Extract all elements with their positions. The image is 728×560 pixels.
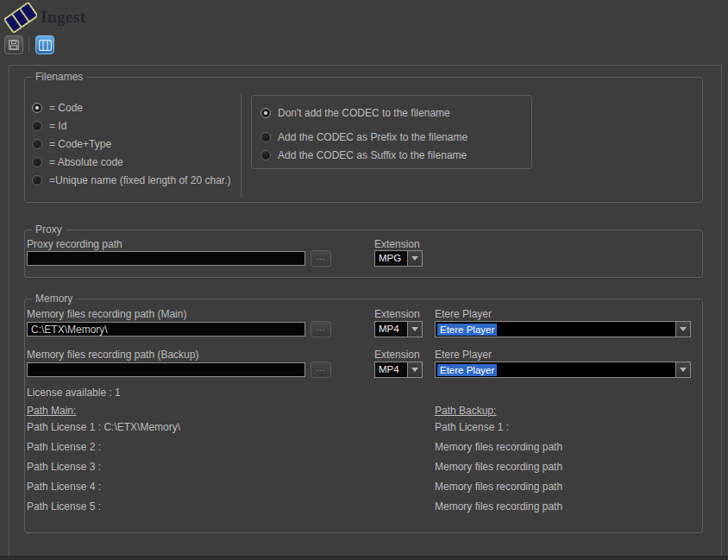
radio-codec-suffix[interactable]: Add the CODEC as Suffix to the filename: [260, 149, 467, 161]
path-main-license-4: Path License 4 :: [27, 481, 101, 493]
radio-label: = Code: [49, 102, 83, 114]
path-main-license-2: Path License 2 :: [27, 441, 101, 453]
radio-icon[interactable]: [260, 108, 271, 118]
memory-main-path-label: Memory files recording path (Main): [27, 308, 186, 320]
memory-backup-player-value: Etere Player: [437, 364, 497, 376]
path-backup-line-5: Memory files recording path: [435, 500, 562, 513]
ingest-media-button[interactable]: [35, 35, 54, 54]
memory-main-browse-button[interactable]: ...: [311, 321, 331, 337]
radio-label: Add the CODEC as Prefix to the filename: [278, 131, 468, 143]
memory-backup-path-label: Memory files recording path (Backup): [27, 349, 198, 361]
memory-main-extension-select[interactable]: MP4: [374, 321, 423, 337]
path-backup-heading: Path Backup:: [435, 405, 496, 417]
memory-backup-extension-value: MP4: [375, 362, 407, 377]
memory-group-legend: Memory: [32, 293, 76, 305]
proxy-path-label: Proxy recording path: [27, 238, 122, 250]
memory-main-player-value: Etere Player: [437, 324, 497, 336]
memory-main-extension-label: Extension: [374, 308, 420, 320]
memory-backup-extension-label: Extension: [374, 349, 420, 361]
radio-icon[interactable]: [32, 175, 42, 186]
memory-backup-player-select[interactable]: Etere Player: [435, 362, 691, 378]
memory-main-player-label: Etere Player: [435, 308, 492, 320]
radio-codec-prefix[interactable]: Add the CODEC as Prefix to the filename: [260, 131, 468, 143]
radio-label: = Id: [49, 120, 66, 132]
radio-icon[interactable]: [32, 103, 42, 113]
radio-icon[interactable]: [32, 121, 42, 131]
path-main-heading: Path Main:: [27, 405, 76, 417]
toolbar-separator: [28, 37, 29, 53]
radio-option-unique-name[interactable]: =Unique name (fixed length of 20 char.): [32, 174, 230, 186]
filenames-group: Filenames = Code = Id = Code+Type = Abso…: [24, 77, 703, 203]
radio-label: =Unique name (fixed length of 20 char.): [49, 174, 230, 186]
filenames-group-legend: Filenames: [32, 72, 86, 83]
proxy-extension-value: MPG: [375, 251, 407, 266]
bottom-edge: [0, 556, 728, 560]
radio-icon[interactable]: [260, 150, 271, 160]
path-main-license-3: Path License 3 :: [27, 461, 101, 473]
chevron-down-icon[interactable]: [407, 322, 422, 337]
floppy-disk-icon: [8, 39, 20, 51]
page-title: Ingest: [41, 8, 86, 27]
proxy-extension-select[interactable]: MPG: [374, 250, 423, 267]
radio-icon[interactable]: [32, 157, 42, 167]
radio-option-code[interactable]: = Code: [32, 102, 83, 114]
radio-label: = Absolute code: [49, 156, 123, 168]
memory-backup-player-label: Etere Player: [435, 349, 492, 361]
proxy-group-legend: Proxy: [32, 224, 66, 236]
chevron-down-icon[interactable]: [407, 251, 422, 266]
memory-group: Memory Memory files recording path (Main…: [24, 299, 703, 533]
path-backup-line-2: Memory files recording path: [435, 441, 562, 453]
memory-backup-extension-select[interactable]: MP4: [374, 362, 423, 378]
memory-main-extension-value: MP4: [375, 322, 407, 337]
radio-icon[interactable]: [32, 139, 42, 149]
radio-label: = Code+Type: [49, 138, 111, 150]
path-backup-line-3: Memory files recording path: [435, 461, 562, 473]
path-main-license-5: Path License 5 :: [27, 500, 101, 513]
proxy-browse-button[interactable]: ...: [311, 250, 331, 267]
radio-option-code-type[interactable]: = Code+Type: [32, 138, 111, 150]
radio-option-id[interactable]: = Id: [32, 120, 66, 132]
chevron-down-icon[interactable]: [675, 362, 690, 377]
path-main-license-1: Path License 1 : C:\ETX\Memory\: [27, 421, 180, 433]
film-frames-icon: [39, 40, 52, 51]
proxy-path-input[interactable]: [27, 251, 305, 266]
codec-options-box: Don't add the CODEC to the filename Add …: [251, 95, 532, 169]
memory-backup-path-input[interactable]: [27, 362, 305, 377]
filenames-divider: [241, 93, 242, 198]
save-button[interactable]: [4, 35, 23, 54]
chevron-down-icon[interactable]: [407, 362, 422, 377]
proxy-extension-label: Extension: [374, 238, 420, 250]
path-backup-license-1: Path License 1 :: [435, 421, 509, 433]
film-strip-icon: [4, 2, 37, 34]
radio-codec-none[interactable]: Don't add the CODEC to the filename: [260, 107, 450, 119]
radio-icon[interactable]: [260, 132, 271, 142]
radio-option-absolute-code[interactable]: = Absolute code: [32, 156, 123, 168]
path-backup-line-4: Memory files recording path: [435, 481, 562, 493]
memory-backup-browse-button[interactable]: ...: [311, 362, 331, 378]
memory-main-path-input[interactable]: [27, 322, 305, 337]
license-available-text: License available : 1: [27, 387, 121, 399]
proxy-group: Proxy Proxy recording path ... Extension…: [24, 230, 703, 278]
radio-label: Add the CODEC as Suffix to the filename: [278, 149, 467, 161]
memory-main-player-select[interactable]: Etere Player: [435, 321, 691, 337]
chevron-down-icon[interactable]: [675, 322, 690, 337]
radio-label: Don't add the CODEC to the filename: [278, 107, 450, 119]
